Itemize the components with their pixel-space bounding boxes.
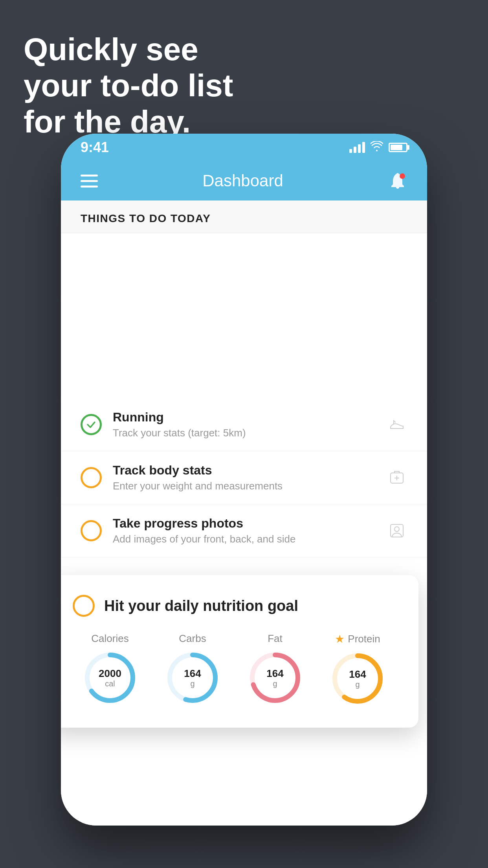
- nutrition-card-title: Hit your daily nutrition goal: [104, 598, 298, 614]
- signal-bars-icon: [349, 142, 365, 153]
- carbs-ring: 164 g: [165, 650, 220, 705]
- status-bar: 9:41: [61, 134, 427, 161]
- body-stats-title: Track body stats: [113, 463, 375, 478]
- photos-text: Take progress photos Add images of your …: [113, 516, 375, 545]
- nutrition-fat: Fat 164 g: [248, 633, 303, 706]
- body-stats-check-circle: [81, 467, 102, 488]
- carbs-value-text: 164 g: [184, 668, 201, 688]
- calories-value-text: 2000 cal: [99, 668, 121, 688]
- nutrition-columns: Calories 2000 cal Carbs: [73, 633, 395, 706]
- protein-value-text: 164 g: [349, 669, 366, 689]
- protein-star-icon: ★: [335, 633, 345, 645]
- fat-label: Fat: [268, 633, 283, 645]
- protein-label-row: ★ Protein: [335, 633, 380, 645]
- scale-icon: [386, 467, 407, 488]
- nav-bar: Dashboard: [61, 161, 427, 200]
- fat-ring: 164 g: [248, 650, 303, 705]
- fat-value-text: 164 g: [266, 668, 283, 688]
- nutrition-check-circle: [73, 595, 95, 617]
- content-area: Hit your daily nutrition goal Calories 2…: [61, 398, 427, 826]
- running-subtitle: Track your stats (target: 5km): [113, 427, 375, 439]
- hamburger-menu-icon[interactable]: [81, 175, 98, 188]
- photos-title: Take progress photos: [113, 516, 375, 531]
- todo-item-photos[interactable]: Take progress photos Add images of your …: [61, 504, 427, 557]
- todo-item-body-stats[interactable]: Track body stats Enter your weight and m…: [61, 451, 427, 504]
- calories-label: Calories: [91, 633, 128, 645]
- section-title: THINGS TO DO TODAY: [81, 212, 407, 225]
- running-check-circle: [81, 414, 102, 435]
- nutrition-calories: Calories 2000 cal: [83, 633, 138, 706]
- nutrition-protein: ★ Protein 164 g: [330, 633, 385, 706]
- body-stats-subtitle: Enter your weight and measurements: [113, 480, 375, 492]
- nutrition-card: Hit your daily nutrition goal Calories 2…: [61, 575, 418, 728]
- svg-point-0: [400, 173, 405, 179]
- todo-item-running[interactable]: Running Track your stats (target: 5km): [61, 398, 427, 451]
- wifi-icon: [371, 141, 383, 154]
- photos-check-circle: [81, 520, 102, 541]
- battery-icon: [389, 143, 407, 152]
- running-title: Running: [113, 410, 375, 425]
- body-stats-text: Track body stats Enter your weight and m…: [113, 463, 375, 492]
- nav-title: Dashboard: [202, 171, 283, 190]
- protein-label: Protein: [348, 633, 380, 645]
- headline: Quickly see your to-do list for the day.: [24, 31, 233, 140]
- carbs-label: Carbs: [179, 633, 206, 645]
- status-icons: [349, 141, 407, 154]
- card-header-row: Hit your daily nutrition goal: [73, 595, 395, 617]
- shoe-icon: [386, 414, 407, 435]
- bell-icon[interactable]: [388, 171, 407, 191]
- status-time: 9:41: [81, 139, 109, 156]
- phone-mockup: 9:41: [61, 134, 427, 826]
- photos-subtitle: Add images of your front, back, and side: [113, 533, 375, 545]
- protein-ring: 164 g: [330, 651, 385, 706]
- nutrition-carbs: Carbs 164 g: [165, 633, 220, 706]
- running-text: Running Track your stats (target: 5km): [113, 410, 375, 439]
- person-icon: [386, 520, 407, 541]
- calories-ring: 2000 cal: [83, 650, 138, 705]
- things-to-do-section: THINGS TO DO TODAY: [61, 200, 427, 233]
- svg-point-13: [394, 527, 399, 531]
